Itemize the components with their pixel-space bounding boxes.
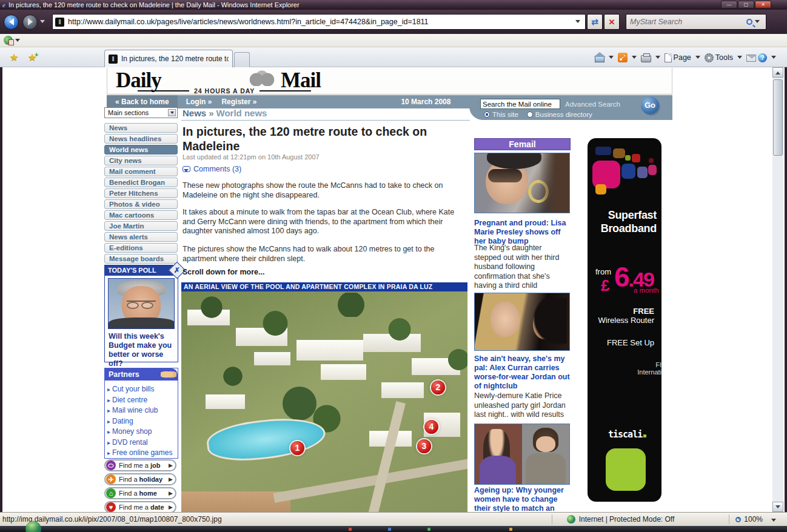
femail-headline-2[interactable]: She ain't heavy, she's my pal: Alex Curr…	[474, 354, 571, 391]
close-button[interactable]: ✕	[755, 1, 771, 8]
tools-dropdown[interactable]	[737, 56, 742, 61]
select-dropdown-button[interactable]	[168, 109, 176, 116]
zoom-icon[interactable]	[735, 517, 741, 522]
page-menu[interactable]: Page	[674, 53, 691, 62]
partner-link[interactable]: ▸Free online games	[107, 448, 176, 459]
mail-search-input[interactable]	[480, 99, 560, 109]
browser-search-box[interactable]: MyStart Search	[626, 14, 766, 30]
poll-photo[interactable]	[108, 278, 175, 329]
help-icon[interactable]: ?	[758, 53, 767, 62]
femail-headline-3[interactable]: Ageing up: Why younger women have to cha…	[474, 486, 571, 512]
refresh-button[interactable]: ⇄	[587, 14, 603, 30]
find-me-a-date-button[interactable]: ♥ Find me adate ▶	[104, 501, 176, 512]
zoom-dropdown[interactable]	[771, 519, 776, 524]
sidebar-item-joe-martin[interactable]: Joe Martin	[104, 221, 178, 231]
scroll-up-button[interactable]	[772, 67, 783, 78]
favorites-center-icon[interactable]: ★	[10, 52, 18, 63]
sidebar-item-photos-video[interactable]: Photos & video	[104, 199, 178, 209]
maximize-button[interactable]: ▢	[738, 1, 754, 8]
partner-link[interactable]: ▸Money shop	[107, 427, 176, 437]
partner-link[interactable]: ▸Mail wine club	[107, 405, 176, 416]
forward-arrow-icon	[28, 18, 36, 25]
poll-question[interactable]: Will this week's Budget make you better …	[109, 332, 176, 368]
sidebar-item-mac-cartoons[interactable]: Mac cartoons	[104, 210, 178, 220]
search-dropdown[interactable]	[755, 20, 760, 25]
search-icon[interactable]	[746, 19, 752, 25]
radio-this-site[interactable]: This site	[484, 111, 518, 118]
femail-photo-1[interactable]	[474, 153, 570, 213]
handshake-icon	[161, 370, 176, 379]
rss-icon[interactable]	[618, 53, 628, 62]
femail-header[interactable]: Femail	[474, 138, 571, 150]
home-icon[interactable]	[595, 56, 604, 62]
rss-dropdown[interactable]	[632, 56, 637, 61]
femail-photo-2[interactable]	[474, 293, 570, 351]
scroll-down-button[interactable]	[772, 502, 783, 512]
addon-globe-icon[interactable]	[4, 36, 13, 45]
map-marker-4: 4	[424, 420, 438, 434]
forward-button[interactable]	[22, 15, 38, 30]
femail-headline-1[interactable]: Pregnant and proud: Lisa Marie Presley s…	[474, 219, 571, 246]
url-text[interactable]: http://www.dailymail.co.uk/pages/live/ar…	[68, 18, 573, 26]
page-dropdown[interactable]	[695, 56, 700, 61]
address-bar[interactable]: ‖ http://www.dailymail.co.uk/pages/live/…	[52, 14, 586, 30]
login-link[interactable]: Login »	[186, 98, 212, 106]
sidebar-item-city-news[interactable]: City news	[104, 156, 178, 165]
help-dropdown[interactable]	[771, 56, 776, 61]
comments-link[interactable]: Comments (3)	[183, 165, 241, 173]
sidebar-item-peter-hitchens[interactable]: Peter Hitchens	[104, 188, 178, 198]
status-zoom-level[interactable]: 100%	[744, 515, 763, 524]
sidebar-item-news-headlines[interactable]: News headlines	[104, 134, 178, 144]
sidebar-item-e-editions[interactable]: E-editions	[104, 243, 178, 253]
partner-link[interactable]: ▸Cut your bills	[107, 384, 176, 395]
find-a-holiday-button[interactable]: ✈ Find aholiday ▶	[104, 473, 176, 485]
back-button[interactable]	[4, 15, 19, 30]
sidebar-item-message-boards[interactable]: Message boards	[104, 254, 178, 264]
tools-menu[interactable]: Tools	[715, 53, 733, 62]
partner-link[interactable]: ▸Diet centre	[107, 395, 176, 406]
femail-photo-3[interactable]	[474, 424, 570, 485]
find-a-home-button[interactable]: ⌂ Find ahome ▶	[104, 487, 176, 499]
page-icon[interactable]	[665, 53, 672, 62]
gear-icon[interactable]	[705, 53, 714, 62]
bullet-icon: ▸	[107, 450, 110, 456]
partner-link[interactable]: ▸DVD rental	[107, 437, 176, 448]
sidebar-item-news[interactable]: News	[104, 123, 178, 133]
home-dropdown[interactable]	[609, 56, 614, 61]
article-photo[interactable]: AN AERIAL VIEW OF THE POOL AND APARTMENT…	[181, 282, 467, 512]
stop-button[interactable]: ✕	[604, 14, 620, 30]
minimize-button[interactable]: —	[721, 1, 737, 8]
date-icon: ♥	[106, 502, 116, 512]
sidebar-item-world-news[interactable]: World news	[104, 145, 178, 155]
register-link[interactable]: Register »	[221, 98, 256, 106]
advanced-search-link[interactable]: Advanced Search	[565, 101, 620, 108]
taskbar-icon	[509, 528, 512, 531]
site-favicon: ‖	[55, 18, 64, 27]
find-me-a-job-button[interactable]: ⬭ Find me ajob ▶	[104, 459, 176, 471]
home-icon: ⌂	[106, 488, 116, 498]
breadcrumb-world-news[interactable]: World news	[216, 108, 267, 118]
back-to-home-link[interactable]: « Back to home	[107, 95, 178, 108]
breadcrumb-news[interactable]: News	[183, 108, 206, 118]
scrollbar-thumb[interactable]	[773, 79, 783, 156]
partner-link[interactable]: ▸Dating	[107, 416, 176, 427]
print-icon[interactable]	[641, 55, 651, 62]
tiscali-ad[interactable]: Superfast Broadband from £ 6.49 a month …	[588, 138, 661, 502]
address-dropdown[interactable]	[575, 20, 580, 25]
vertical-scrollbar[interactable]	[772, 67, 783, 512]
addon-dropdown[interactable]	[15, 39, 20, 44]
sidebar-item-news-alerts[interactable]: News alerts	[104, 232, 178, 242]
main-sections-select[interactable]: Main sections	[104, 107, 178, 118]
photo-shape	[526, 453, 566, 485]
tab-active[interactable]: ‖ In pictures, the 120 metre route to ch…	[104, 50, 233, 67]
sidebar-item-mail-comment[interactable]: Mail comment	[104, 167, 178, 176]
go-button[interactable]: Go	[641, 96, 659, 115]
map-marker-1: 1	[290, 441, 304, 455]
sidebar-item-benedict-brogan[interactable]: Benedict Brogan	[104, 178, 178, 187]
history-dropdown[interactable]	[40, 20, 45, 25]
mail-icon[interactable]	[746, 55, 756, 62]
print-dropdown[interactable]	[655, 56, 660, 61]
radio-business-directory[interactable]: Business directory	[527, 111, 592, 118]
new-tab-button[interactable]	[234, 52, 250, 67]
add-favorite-icon[interactable]: ★+	[28, 52, 36, 62]
